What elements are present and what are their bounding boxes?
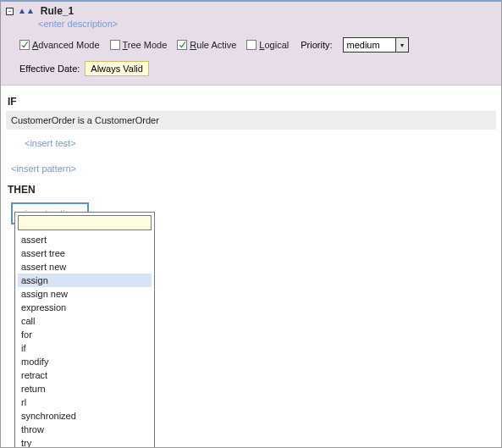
chevron-up-icon[interactable]: ▲▲ (16, 7, 36, 15)
action-autocomplete-dropdown: assertassert treeassert newassignassign … (14, 212, 155, 448)
action-filter-input[interactable] (18, 215, 152, 230)
if-label: IF (1, 86, 501, 111)
rule-active-checkbox[interactable]: Rule Active (177, 40, 236, 50)
action-item[interactable]: assign (18, 274, 152, 287)
checkbox-icon (19, 40, 30, 50)
effective-date-label: Effective Date: (19, 64, 80, 74)
rule-name[interactable]: Rule_1 (39, 5, 74, 17)
action-item[interactable]: return (18, 382, 152, 395)
action-item[interactable]: assert new (18, 260, 152, 274)
tree-mode-checkbox[interactable]: Tree Mode (110, 40, 168, 50)
action-list: assertassert treeassert newassignassign … (15, 233, 154, 448)
insert-pattern-placeholder[interactable]: <insert pattern> (1, 148, 501, 174)
options-row: Advanced Mode Tree Mode Rule Active Logi… (6, 29, 496, 53)
action-item[interactable]: throw (18, 423, 152, 436)
chevron-down-icon: ▾ (395, 38, 408, 52)
action-item[interactable]: modify (18, 355, 152, 368)
advanced-mode-checkbox[interactable]: Advanced Mode (19, 40, 100, 50)
condition-expression[interactable]: CustomerOrder is a CustomerOrder (6, 111, 496, 130)
checkbox-icon (177, 40, 187, 50)
action-item[interactable]: for (18, 328, 152, 341)
priority-label: Priority: (301, 40, 332, 50)
action-item[interactable]: expression (18, 301, 152, 314)
action-item[interactable]: call (18, 314, 152, 328)
effective-date-value[interactable]: Always Valid (85, 61, 149, 76)
insert-test-placeholder[interactable]: <insert test> (1, 130, 501, 148)
rule-description-placeholder[interactable]: <enter description> (6, 17, 496, 29)
collapse-icon[interactable]: - (6, 8, 14, 15)
action-item[interactable]: rl (18, 395, 152, 409)
action-item[interactable]: synchronized (18, 409, 152, 423)
action-item[interactable]: if (18, 341, 152, 355)
then-label: THEN (1, 174, 501, 199)
priority-value: medium (344, 40, 395, 50)
action-item[interactable]: retract (18, 368, 152, 382)
action-item[interactable]: assign new (18, 287, 152, 301)
priority-select[interactable]: medium ▾ (343, 37, 409, 53)
action-item[interactable]: try (18, 436, 152, 448)
rule-header: - ▲▲ Rule_1 <enter description> Advanced… (1, 2, 501, 86)
checkbox-icon (246, 40, 257, 50)
action-item[interactable]: assert tree (18, 246, 152, 260)
checkbox-icon (110, 40, 120, 50)
effective-date-row: Effective Date: Always Valid (6, 53, 496, 76)
action-item[interactable]: assert (18, 233, 152, 246)
rule-title-row: - ▲▲ Rule_1 (6, 5, 496, 17)
logical-checkbox[interactable]: Logical (246, 40, 289, 50)
